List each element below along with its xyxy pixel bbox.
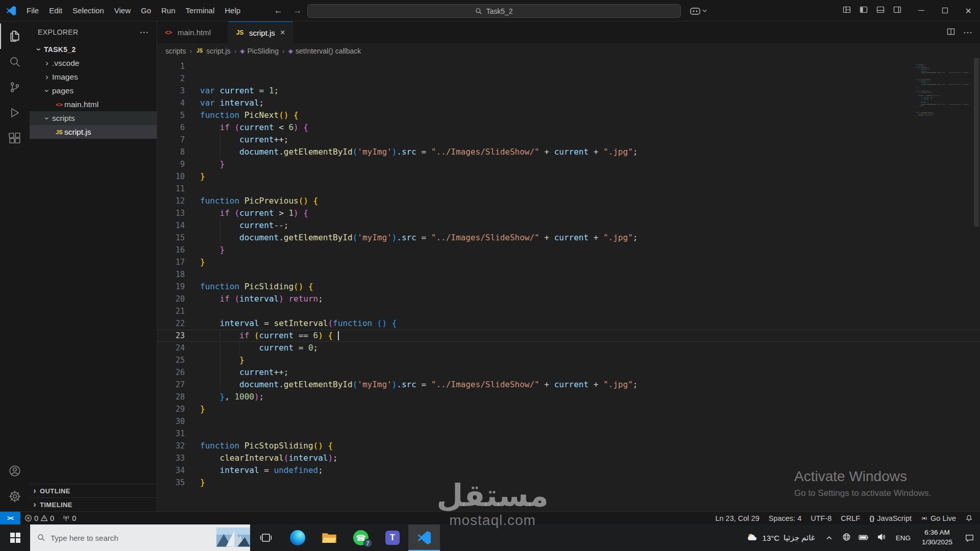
- code-line-30[interactable]: 30: [157, 415, 980, 428]
- taskbar-clock[interactable]: 6:36 AM 1/30/2025: [916, 528, 959, 547]
- ports-status[interactable]: 0: [58, 512, 80, 524]
- code-line-14[interactable]: 14 current--;: [157, 219, 980, 232]
- battery-icon[interactable]: [859, 534, 869, 542]
- explorer-icon[interactable]: [0, 23, 30, 49]
- breadcrumb-item[interactable]: ◈setInterval() callback: [288, 47, 361, 55]
- taskbar-edge-button[interactable]: [282, 524, 313, 551]
- remote-indicator[interactable]: ><: [0, 512, 20, 524]
- bing-daily-image[interactable]: [216, 528, 250, 548]
- code-line-18[interactable]: 18: [157, 268, 980, 281]
- status-encoding[interactable]: UTF-8: [806, 512, 836, 524]
- code-line-10[interactable]: 10}: [157, 170, 980, 183]
- status-go-live[interactable]: Go Live: [916, 512, 961, 524]
- account-icon[interactable]: [0, 458, 30, 484]
- code-line-5[interactable]: 5function PicNext() {: [157, 109, 980, 121]
- run-debug-icon[interactable]: [0, 100, 30, 126]
- code-line-21[interactable]: 21: [157, 305, 980, 317]
- maximize-button[interactable]: [933, 0, 957, 21]
- code-line-8[interactable]: 8 document.getElementById('myImg').src =…: [914, 72, 967, 73]
- close-icon[interactable]: ×: [279, 28, 286, 38]
- status-cursor-position[interactable]: Ln 23, Col 29: [710, 512, 764, 524]
- menu-go[interactable]: Go: [136, 0, 156, 21]
- source-control-icon[interactable]: [0, 74, 30, 100]
- back-arrow-icon[interactable]: ←: [274, 6, 283, 16]
- outline-section[interactable]: › OUTLINE: [30, 484, 157, 497]
- volume-icon[interactable]: [877, 533, 886, 543]
- language-indicator[interactable]: ENG: [891, 534, 916, 542]
- code-line-27[interactable]: 27 document.getElementById('myImg').src …: [157, 379, 980, 391]
- breadcrumb-item[interactable]: scripts: [165, 47, 186, 55]
- code-line-2[interactable]: 2: [157, 72, 980, 85]
- status-indentation[interactable]: Spaces: 4: [764, 512, 806, 524]
- settings-gear-icon[interactable]: [0, 484, 30, 509]
- toggle-sidebar-right-icon[interactable]: [893, 6, 901, 15]
- copilot-icon[interactable]: [690, 0, 707, 21]
- code-line-20[interactable]: 20 if (interval) return;: [157, 293, 980, 305]
- show-hidden-icons-chevron[interactable]: [821, 536, 837, 540]
- menu-run[interactable]: Run: [156, 0, 181, 21]
- tree-item-scripts[interactable]: ›scripts: [30, 111, 157, 125]
- toggle-sidebar-left-icon[interactable]: [860, 6, 868, 15]
- code-line-12[interactable]: 12function PicPrevious() {: [157, 195, 980, 207]
- code-line-13[interactable]: 13 if (current > 1) {: [157, 207, 980, 219]
- code-line-3[interactable]: 3var current = 1;: [157, 85, 980, 97]
- network-icon[interactable]: [842, 533, 851, 543]
- taskbar-weather[interactable]: 13°C غائم جزئيا: [740, 524, 821, 551]
- code-line-11[interactable]: 11: [157, 183, 980, 195]
- tab-script.js[interactable]: JSscript.js×: [229, 21, 293, 43]
- code-line-16[interactable]: 16 }: [157, 244, 980, 256]
- forward-arrow-icon[interactable]: →: [293, 6, 302, 16]
- code-line-9[interactable]: 9 }: [157, 158, 980, 170]
- tree-item-script.js[interactable]: JSscript.js: [30, 125, 157, 139]
- code-area[interactable]: 123var current = 1;4var interval;5functi…: [157, 58, 980, 511]
- customize-layout-icon[interactable]: [843, 6, 851, 15]
- menu-selection[interactable]: Selection: [67, 0, 109, 21]
- tree-item-Images[interactable]: ›Images: [30, 70, 157, 84]
- search-icon[interactable]: [0, 49, 30, 74]
- code-line-4[interactable]: 4var interval;: [157, 97, 980, 109]
- code-line-17[interactable]: 17}: [157, 256, 980, 268]
- problems-status[interactable]: 0 0: [20, 512, 58, 524]
- code-line-1[interactable]: 1: [157, 60, 980, 72]
- timeline-section[interactable]: › TIMELINE: [30, 497, 157, 511]
- code-line-22[interactable]: 22 interval = setInterval(function () {: [157, 317, 980, 330]
- tree-item-main.html[interactable]: <>main.html: [30, 97, 157, 111]
- taskbar-teams-button[interactable]: T: [377, 524, 408, 551]
- menu-help[interactable]: Help: [219, 0, 246, 21]
- menu-edit[interactable]: Edit: [44, 0, 67, 21]
- close-button[interactable]: ×: [957, 0, 980, 21]
- taskbar-task-view-button[interactable]: [250, 524, 282, 551]
- code-line-25[interactable]: 25 }: [157, 354, 980, 366]
- breadcrumb-item[interactable]: JSscript.js: [195, 47, 230, 55]
- start-button[interactable]: [0, 524, 30, 551]
- code-line-24[interactable]: 24 current = 0;: [157, 342, 980, 354]
- tree-item-pages[interactable]: ›pages: [30, 84, 157, 97]
- taskbar-whatsapp-button[interactable]: ☎7: [345, 524, 377, 551]
- more-actions-icon[interactable]: ⋯: [140, 27, 149, 38]
- code-line-31[interactable]: 31: [157, 428, 980, 440]
- code-line-23[interactable]: 23 if (current == 6) {: [157, 330, 980, 342]
- menu-view[interactable]: View: [109, 0, 136, 21]
- code-line-8[interactable]: 8 document.getElementById('myImg').src =…: [157, 146, 980, 158]
- code-line-26[interactable]: 26 current++;: [157, 366, 980, 379]
- workspace-root[interactable]: › TASK5_2: [30, 43, 157, 56]
- extensions-icon[interactable]: [0, 126, 30, 151]
- code-line-7[interactable]: 7 current++;: [157, 134, 980, 146]
- taskbar-search[interactable]: Type here to search: [30, 524, 250, 551]
- menu-file[interactable]: File: [21, 0, 44, 21]
- status-eol[interactable]: CRLF: [836, 512, 865, 524]
- minimize-button[interactable]: [910, 0, 933, 21]
- notifications-bell[interactable]: [961, 512, 980, 524]
- code-line-15[interactable]: 15 document.getElementById('myImg').src …: [157, 232, 980, 244]
- breadcrumb-item[interactable]: ◈PicSliding: [240, 47, 279, 55]
- code-line-29[interactable]: 29}: [157, 403, 980, 415]
- action-center-icon[interactable]: [959, 524, 980, 551]
- scrollbar-thumb[interactable]: [974, 58, 979, 227]
- code-line-32[interactable]: 32function PicStopSliding() {: [157, 440, 980, 452]
- minimap[interactable]: 123var current = 1;4var interval;5functi…: [914, 60, 971, 142]
- code-line-35[interactable]: 35}: [914, 116, 967, 118]
- command-center-search[interactable]: Task5_2: [307, 4, 681, 18]
- menu-terminal[interactable]: Terminal: [181, 0, 220, 21]
- tab-main.html[interactable]: <>main.html×: [157, 21, 229, 43]
- code-line-15[interactable]: 15 document.getElementById('myImg').src …: [914, 83, 967, 85]
